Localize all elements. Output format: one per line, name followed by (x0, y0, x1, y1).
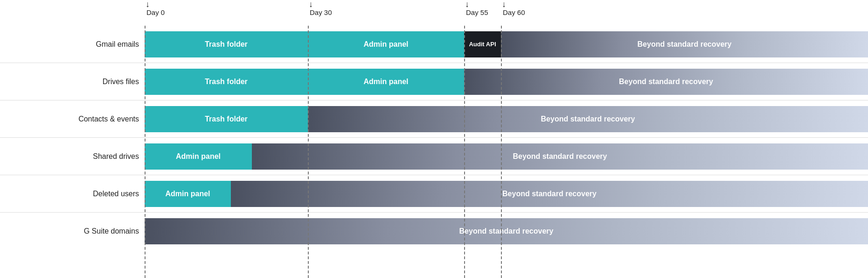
deleted-label: Deleted users (0, 190, 145, 198)
gsuite-bars: Beyond standard recovery (145, 218, 868, 244)
gmail-admin-bar: Admin panel (308, 31, 464, 57)
deleted-admin-bar: Admin panel (145, 181, 231, 207)
deleted-bars: Admin panel Beyond standard recovery (145, 181, 868, 207)
day0-marker: ↓ Day 0 (145, 0, 165, 16)
drives-label: Drives files (0, 78, 145, 86)
shared-beyond-bar: Beyond standard recovery (252, 143, 868, 170)
shared-bars: Admin panel Beyond standard recovery (145, 143, 868, 170)
gmail-audit-bar: Audit API (464, 31, 501, 57)
gmail-bars: Trash folder Admin panel Audit API Beyon… (145, 31, 868, 57)
contacts-bars: Trash folder Beyond standard recovery (145, 106, 868, 132)
day55-arrow: ↓ (465, 0, 469, 8)
drives-beyond-bar: Beyond standard recovery (464, 69, 868, 95)
drives-bars: Trash folder Admin panel Beyond standard… (145, 69, 868, 95)
day30-marker: ↓ Day 30 (308, 0, 332, 16)
gmail-label: Gmail emails (0, 40, 145, 49)
day60-label: Day 60 (503, 8, 525, 16)
day30-label: Day 30 (310, 8, 332, 16)
contacts-beyond-bar: Beyond standard recovery (308, 106, 868, 132)
shared-label: Shared drives (0, 152, 145, 161)
day55-label: Day 55 (466, 8, 488, 16)
deleted-beyond-bar: Beyond standard recovery (231, 181, 868, 207)
day30-arrow: ↓ (309, 0, 313, 8)
contacts-label: Contacts & events (0, 115, 145, 123)
row-deleted: Deleted users Admin panel Beyond standar… (0, 175, 868, 213)
drives-admin-bar: Admin panel (308, 69, 464, 95)
day60-arrow: ↓ (502, 0, 506, 8)
day0-arrow: ↓ (146, 0, 150, 8)
rows-area: Gmail emails Trash folder Admin panel Au… (0, 26, 868, 278)
row-gsuite: G Suite domains Beyond standard recovery (0, 213, 868, 250)
gmail-beyond-bar: Beyond standard recovery (501, 31, 868, 57)
gsuite-label: G Suite domains (0, 227, 145, 235)
row-contacts: Contacts & events Trash folder Beyond st… (0, 100, 868, 138)
shared-admin-bar: Admin panel (145, 143, 252, 170)
gsuite-beyond-bar: Beyond standard recovery (145, 218, 868, 244)
day55-marker: ↓ Day 55 (464, 0, 488, 16)
row-gmail: Gmail emails Trash folder Admin panel Au… (0, 26, 868, 63)
contacts-trash-bar: Trash folder (145, 106, 308, 132)
day60-marker: ↓ Day 60 (501, 0, 525, 16)
day0-label: Day 0 (146, 8, 165, 16)
chart-container: ↓ Day 0 ↓ Day 30 ↓ Day 55 ↓ Day 60 Gmail… (0, 0, 868, 278)
gmail-trash-bar: Trash folder (145, 31, 308, 57)
drives-trash-bar: Trash folder (145, 69, 308, 95)
row-drives: Drives files Trash folder Admin panel Be… (0, 63, 868, 100)
row-shared: Shared drives Admin panel Beyond standar… (0, 138, 868, 175)
day-markers: ↓ Day 0 ↓ Day 30 ↓ Day 55 ↓ Day 60 (0, 0, 868, 26)
